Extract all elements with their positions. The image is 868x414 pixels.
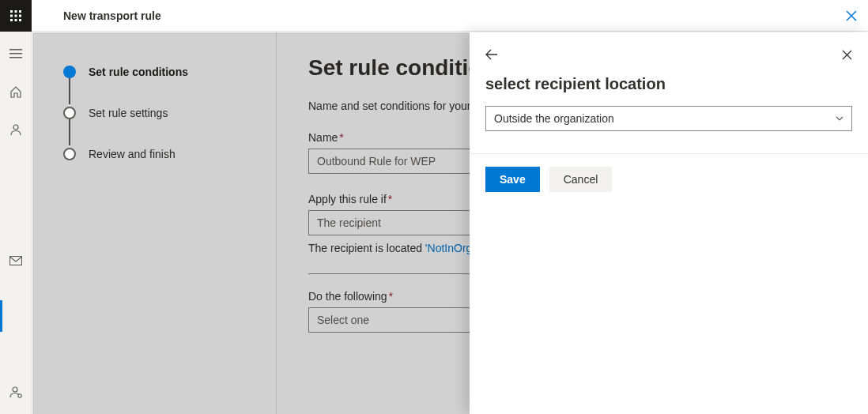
close-icon	[842, 50, 852, 60]
dialog-close-button[interactable]	[846, 10, 857, 21]
svg-rect-8	[19, 19, 21, 21]
divider	[470, 153, 868, 154]
step-set-rule-settings[interactable]: Set rule settings	[63, 104, 276, 122]
nav-users-button[interactable]	[0, 114, 32, 145]
step-label: Review and finish	[89, 148, 175, 160]
step-label: Set rule conditions	[89, 66, 188, 78]
person-admin-icon	[9, 386, 22, 398]
svg-point-14	[13, 387, 17, 392]
svg-rect-9	[9, 49, 22, 51]
svg-rect-5	[19, 15, 21, 17]
svg-rect-1	[14, 10, 17, 13]
close-icon	[846, 10, 857, 21]
svg-rect-3	[10, 15, 13, 17]
svg-point-15	[17, 394, 21, 397]
dialog-header: New transport rule	[32, 0, 868, 32]
chevron-down-icon	[836, 116, 843, 121]
person-icon	[9, 123, 22, 136]
select-value: Outside the organization	[494, 112, 614, 125]
nav-mail-button[interactable]	[0, 245, 32, 277]
nav-home-button[interactable]	[0, 76, 32, 107]
svg-rect-4	[14, 15, 17, 17]
svg-rect-10	[9, 53, 22, 55]
waffle-icon	[10, 10, 21, 21]
mail-icon	[9, 256, 22, 265]
step-review-and-finish[interactable]: Review and finish	[63, 145, 276, 163]
step-label: Set rule settings	[89, 107, 168, 119]
svg-rect-7	[14, 19, 17, 21]
step-indicator-icon	[63, 66, 76, 78]
svg-rect-2	[19, 10, 21, 13]
hamburger-icon	[9, 49, 22, 58]
app-launcher-button[interactable]	[0, 0, 32, 32]
arrow-left-icon	[485, 48, 498, 61]
location-select[interactable]: Outside the organization	[485, 106, 852, 131]
recipient-location-flyout: select recipient location Outside the or…	[470, 32, 868, 414]
svg-point-12	[13, 125, 18, 130]
svg-rect-6	[10, 19, 13, 21]
panel-close-button[interactable]	[842, 50, 852, 60]
dialog-title: New transport rule	[63, 9, 161, 22]
home-icon	[9, 85, 22, 98]
step-indicator-icon	[63, 148, 76, 160]
nav-menu-button[interactable]	[0, 38, 32, 70]
save-button[interactable]: Save	[485, 167, 540, 192]
step-indicator-icon	[63, 107, 76, 119]
left-navigation-rail	[0, 0, 32, 414]
panel-back-button[interactable]	[485, 48, 498, 61]
svg-rect-11	[9, 57, 22, 58]
nav-active-item[interactable]	[0, 300, 32, 332]
nav-admin-button[interactable]	[0, 376, 32, 408]
cancel-button[interactable]: Cancel	[549, 167, 613, 192]
step-set-rule-conditions[interactable]: Set rule conditions	[63, 63, 276, 81]
wizard-steps: Set rule conditions Set rule settings Re…	[32, 32, 277, 414]
panel-title: select recipient location	[485, 75, 852, 93]
svg-rect-0	[10, 10, 13, 13]
